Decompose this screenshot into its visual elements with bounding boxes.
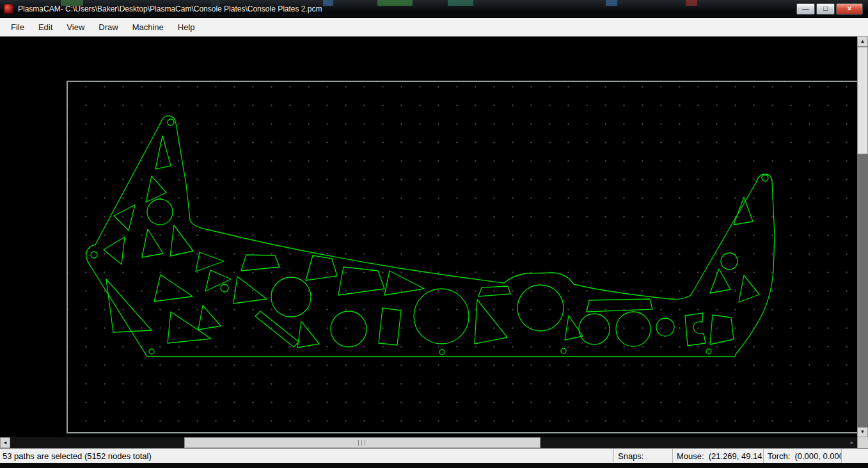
scrollbar-corner (857, 437, 868, 448)
scroll-left-button[interactable]: ◄ (0, 437, 10, 448)
scroll-right-button[interactable]: ► (847, 437, 857, 448)
statusbar-spacer (841, 449, 868, 463)
menu-view[interactable]: View (59, 18, 91, 36)
app-icon (4, 4, 14, 14)
torch-coordinates: (0.000, 0.000) (794, 451, 841, 461)
mouse-coordinates: (21.269, 49.141) (709, 451, 763, 461)
menu-help[interactable]: Help (171, 18, 202, 36)
close-icon: × (848, 5, 851, 12)
right-arrow-icon: ► (849, 440, 855, 446)
vertical-scroll-thumb[interactable] (857, 47, 868, 154)
scroll-down-button[interactable]: ▼ (857, 427, 868, 437)
cad-drawing (0, 36, 857, 437)
snaps-label: Snaps: (618, 451, 643, 461)
vertical-scrollbar[interactable]: ▲ ▼ (857, 36, 868, 437)
titlebar[interactable]: PlasmaCAM- C:\Users\Baker\Desktop\Plasma… (0, 0, 868, 18)
minimize-icon: — (802, 5, 809, 12)
down-arrow-icon: ▼ (860, 430, 865, 435)
horizontal-scrollbar[interactable]: ◄ ► (0, 437, 868, 448)
horizontal-scroll-thumb[interactable] (184, 437, 541, 448)
titlebar-glass-artifact (211, 0, 220, 6)
titlebar-glass-artifact (61, 0, 83, 6)
up-arrow-icon: ▲ (860, 39, 865, 44)
titlebar-glass-artifact (686, 0, 697, 6)
scroll-grip-icon (358, 440, 367, 446)
mouse-label: Mouse: (677, 451, 704, 461)
scroll-up-button[interactable]: ▲ (857, 36, 868, 47)
menu-machine[interactable]: Machine (125, 18, 171, 36)
workspace: ▲ ▼ (0, 36, 868, 437)
torch-label: Torch: (768, 451, 790, 461)
vertical-scroll-track[interactable] (857, 47, 868, 427)
menu-file[interactable]: File (4, 18, 31, 36)
selection-status: 53 paths are selected (5152 nodes total) (0, 449, 613, 463)
window-controls: — □ × (796, 3, 868, 15)
titlebar-glass-artifact (448, 0, 473, 6)
maximize-button[interactable]: □ (816, 3, 835, 15)
window-bottom-edge (0, 463, 868, 468)
titlebar-glass-artifact (606, 0, 617, 6)
minimize-button[interactable]: — (796, 3, 815, 15)
close-button[interactable]: × (836, 3, 863, 15)
titlebar-glass-artifact (377, 0, 413, 6)
left-arrow-icon: ◄ (3, 440, 8, 446)
drawing-canvas[interactable] (0, 36, 857, 437)
plasmacam-window: PlasmaCAM- C:\Users\Baker\Desktop\Plasma… (0, 0, 868, 468)
menubar: File Edit View Draw Machine Help (0, 18, 868, 36)
horizontal-scroll-track[interactable] (10, 437, 847, 448)
maximize-icon: □ (823, 5, 828, 12)
mouse-status: Mouse: (21.269, 49.141) (672, 449, 763, 463)
menu-edit[interactable]: Edit (31, 18, 59, 36)
titlebar-glass-artifact (323, 0, 333, 6)
torch-status: Torch: (0.000, 0.000) (763, 449, 841, 463)
status-bar: 53 paths are selected (5152 nodes total)… (0, 448, 868, 463)
snaps-status: Snaps: (613, 449, 672, 463)
menu-draw[interactable]: Draw (91, 18, 125, 36)
